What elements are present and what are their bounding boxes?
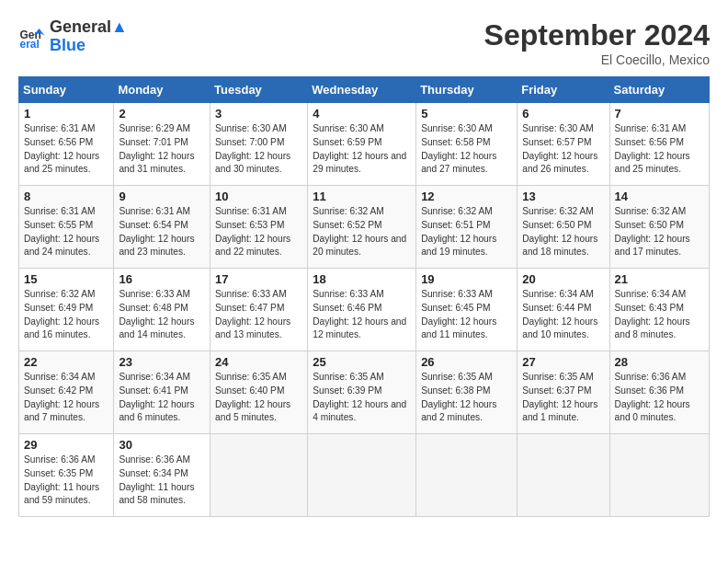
- month-title: September 2024: [484, 18, 710, 52]
- calendar-cell: 1 Sunrise: 6:31 AMSunset: 6:56 PMDayligh…: [19, 103, 114, 186]
- logo-icon: Gen eral: [18, 23, 46, 51]
- day-number: 2: [119, 107, 205, 121]
- calendar-cell: 26 Sunrise: 6:35 AMSunset: 6:38 PMDaylig…: [416, 351, 518, 434]
- calendar-cell: [518, 434, 609, 517]
- calendar-cell: 3 Sunrise: 6:30 AMSunset: 7:00 PMDayligh…: [210, 103, 308, 186]
- title-block: September 2024 El Coecillo, Mexico: [484, 18, 710, 67]
- day-number: 27: [522, 355, 604, 369]
- day-number: 30: [119, 438, 205, 452]
- day-number: 22: [24, 355, 108, 369]
- col-saturday: Saturday: [609, 77, 709, 103]
- day-info: Sunrise: 6:32 AMSunset: 6:50 PMDaylight:…: [522, 205, 604, 259]
- day-number: 23: [119, 355, 205, 369]
- col-thursday: Thursday: [416, 77, 518, 103]
- day-info: Sunrise: 6:31 AMSunset: 6:55 PMDaylight:…: [24, 205, 108, 259]
- calendar-cell: 5 Sunrise: 6:30 AMSunset: 6:58 PMDayligh…: [416, 103, 518, 186]
- calendar-cell: 18 Sunrise: 6:33 AMSunset: 6:46 PMDaylig…: [308, 269, 416, 351]
- calendar-week-row: 8 Sunrise: 6:31 AMSunset: 6:55 PMDayligh…: [19, 186, 710, 269]
- logo: Gen eral General▲ Blue: [18, 18, 128, 55]
- calendar-table: Sunday Monday Tuesday Wednesday Thursday…: [18, 76, 710, 517]
- day-number: 9: [119, 190, 205, 203]
- day-number: 12: [421, 190, 512, 203]
- day-info: Sunrise: 6:32 AMSunset: 6:49 PMDaylight:…: [24, 288, 108, 342]
- day-info: Sunrise: 6:32 AMSunset: 6:52 PMDaylight:…: [313, 205, 411, 259]
- day-number: 19: [421, 272, 512, 286]
- col-tuesday: Tuesday: [210, 77, 308, 103]
- calendar-cell: 9 Sunrise: 6:31 AMSunset: 6:54 PMDayligh…: [114, 186, 210, 269]
- location: El Coecillo, Mexico: [484, 52, 710, 67]
- calendar-cell: [210, 434, 308, 517]
- day-number: 11: [313, 190, 411, 203]
- calendar-week-row: 15 Sunrise: 6:32 AMSunset: 6:49 PMDaylig…: [19, 269, 710, 351]
- calendar-cell: 10 Sunrise: 6:31 AMSunset: 6:53 PMDaylig…: [210, 186, 308, 269]
- day-info: Sunrise: 6:30 AMSunset: 6:59 PMDaylight:…: [313, 122, 411, 177]
- day-info: Sunrise: 6:30 AMSunset: 6:57 PMDaylight:…: [522, 122, 604, 177]
- day-info: Sunrise: 6:35 AMSunset: 6:37 PMDaylight:…: [522, 371, 604, 425]
- col-monday: Monday: [114, 77, 210, 103]
- day-info: Sunrise: 6:30 AMSunset: 7:00 PMDaylight:…: [215, 122, 302, 177]
- day-info: Sunrise: 6:33 AMSunset: 6:45 PMDaylight:…: [421, 288, 512, 342]
- calendar-cell: 17 Sunrise: 6:33 AMSunset: 6:47 PMDaylig…: [210, 269, 308, 351]
- calendar-cell: 27 Sunrise: 6:35 AMSunset: 6:37 PMDaylig…: [518, 351, 609, 434]
- calendar-cell: 30 Sunrise: 6:36 AMSunset: 6:34 PMDaylig…: [114, 434, 210, 517]
- day-info: Sunrise: 6:36 AMSunset: 6:36 PMDaylight:…: [615, 371, 704, 425]
- day-info: Sunrise: 6:31 AMSunset: 6:54 PMDaylight:…: [119, 205, 205, 259]
- day-number: 20: [522, 272, 604, 286]
- col-sunday: Sunday: [19, 77, 114, 103]
- day-info: Sunrise: 6:34 AMSunset: 6:42 PMDaylight:…: [24, 371, 108, 425]
- calendar-cell: 24 Sunrise: 6:35 AMSunset: 6:40 PMDaylig…: [210, 351, 308, 434]
- day-info: Sunrise: 6:36 AMSunset: 6:35 PMDaylight:…: [24, 454, 108, 508]
- day-number: 6: [522, 107, 604, 121]
- day-number: 3: [215, 107, 302, 121]
- day-number: 5: [421, 107, 512, 121]
- day-info: Sunrise: 6:29 AMSunset: 7:01 PMDaylight:…: [119, 122, 205, 177]
- col-friday: Friday: [518, 77, 609, 103]
- day-info: Sunrise: 6:35 AMSunset: 6:40 PMDaylight:…: [215, 371, 302, 425]
- calendar-week-row: 29 Sunrise: 6:36 AMSunset: 6:35 PMDaylig…: [19, 434, 710, 517]
- day-number: 18: [313, 272, 411, 286]
- day-number: 25: [313, 355, 411, 369]
- day-info: Sunrise: 6:32 AMSunset: 6:50 PMDaylight:…: [615, 205, 704, 259]
- day-info: Sunrise: 6:33 AMSunset: 6:48 PMDaylight:…: [119, 288, 205, 342]
- day-number: 14: [615, 190, 704, 203]
- calendar-cell: 12 Sunrise: 6:32 AMSunset: 6:51 PMDaylig…: [416, 186, 518, 269]
- calendar-cell: 2 Sunrise: 6:29 AMSunset: 7:01 PMDayligh…: [114, 103, 210, 186]
- day-number: 29: [24, 438, 108, 452]
- day-number: 10: [215, 190, 302, 203]
- calendar-cell: 20 Sunrise: 6:34 AMSunset: 6:44 PMDaylig…: [518, 269, 609, 351]
- day-info: Sunrise: 6:31 AMSunset: 6:56 PMDaylight:…: [615, 122, 704, 177]
- calendar-cell: 7 Sunrise: 6:31 AMSunset: 6:56 PMDayligh…: [609, 103, 709, 186]
- day-info: Sunrise: 6:33 AMSunset: 6:46 PMDaylight:…: [313, 288, 411, 342]
- day-number: 7: [615, 107, 704, 121]
- calendar-cell: 11 Sunrise: 6:32 AMSunset: 6:52 PMDaylig…: [308, 186, 416, 269]
- day-info: Sunrise: 6:35 AMSunset: 6:39 PMDaylight:…: [313, 371, 411, 425]
- calendar-header-row: Sunday Monday Tuesday Wednesday Thursday…: [19, 77, 710, 103]
- calendar-cell: 21 Sunrise: 6:34 AMSunset: 6:43 PMDaylig…: [609, 269, 709, 351]
- day-number: 28: [615, 355, 704, 369]
- calendar-week-row: 1 Sunrise: 6:31 AMSunset: 6:56 PMDayligh…: [19, 103, 710, 186]
- calendar-cell: [416, 434, 518, 517]
- day-info: Sunrise: 6:30 AMSunset: 6:58 PMDaylight:…: [421, 122, 512, 177]
- day-number: 4: [313, 107, 411, 121]
- calendar-cell: 29 Sunrise: 6:36 AMSunset: 6:35 PMDaylig…: [19, 434, 114, 517]
- day-info: Sunrise: 6:32 AMSunset: 6:51 PMDaylight:…: [421, 205, 512, 259]
- page-header: Gen eral General▲ Blue September 2024 El…: [18, 18, 710, 67]
- calendar-cell: 22 Sunrise: 6:34 AMSunset: 6:42 PMDaylig…: [19, 351, 114, 434]
- day-info: Sunrise: 6:33 AMSunset: 6:47 PMDaylight:…: [215, 288, 302, 342]
- logo-line1: General▲: [50, 18, 128, 37]
- calendar-cell: [308, 434, 416, 517]
- day-number: 15: [24, 272, 108, 286]
- calendar-cell: 16 Sunrise: 6:33 AMSunset: 6:48 PMDaylig…: [114, 269, 210, 351]
- day-info: Sunrise: 6:36 AMSunset: 6:34 PMDaylight:…: [119, 454, 205, 508]
- calendar-cell: 14 Sunrise: 6:32 AMSunset: 6:50 PMDaylig…: [609, 186, 709, 269]
- calendar-cell: 13 Sunrise: 6:32 AMSunset: 6:50 PMDaylig…: [518, 186, 609, 269]
- day-info: Sunrise: 6:31 AMSunset: 6:53 PMDaylight:…: [215, 205, 302, 259]
- day-info: Sunrise: 6:34 AMSunset: 6:44 PMDaylight:…: [522, 288, 604, 342]
- calendar-cell: 6 Sunrise: 6:30 AMSunset: 6:57 PMDayligh…: [518, 103, 609, 186]
- calendar-cell: [609, 434, 709, 517]
- calendar-cell: 23 Sunrise: 6:34 AMSunset: 6:41 PMDaylig…: [114, 351, 210, 434]
- day-info: Sunrise: 6:34 AMSunset: 6:43 PMDaylight:…: [615, 288, 704, 342]
- calendar-cell: 19 Sunrise: 6:33 AMSunset: 6:45 PMDaylig…: [416, 269, 518, 351]
- day-number: 1: [24, 107, 108, 121]
- calendar-cell: 4 Sunrise: 6:30 AMSunset: 6:59 PMDayligh…: [308, 103, 416, 186]
